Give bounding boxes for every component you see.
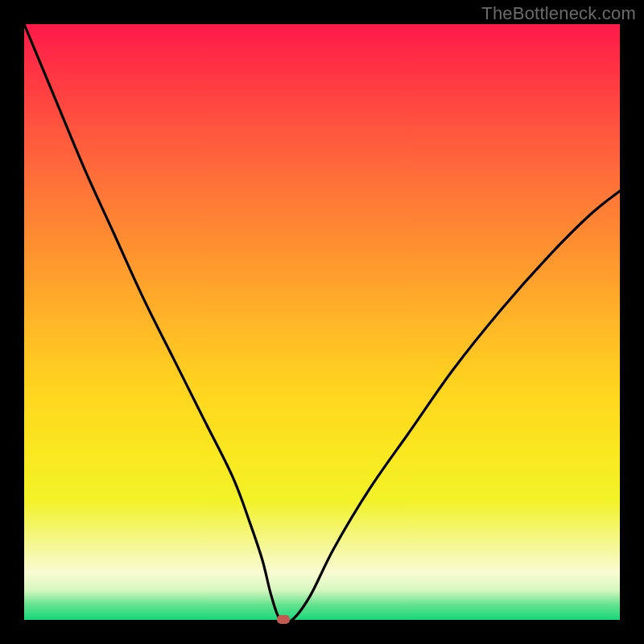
- optimum-marker: [277, 615, 290, 624]
- curve-path: [24, 24, 620, 620]
- bottleneck-curve: [24, 24, 620, 620]
- watermark-text: TheBottleneck.com: [481, 3, 636, 24]
- chart-stage: TheBottleneck.com: [0, 0, 644, 644]
- plot-area: [24, 24, 620, 620]
